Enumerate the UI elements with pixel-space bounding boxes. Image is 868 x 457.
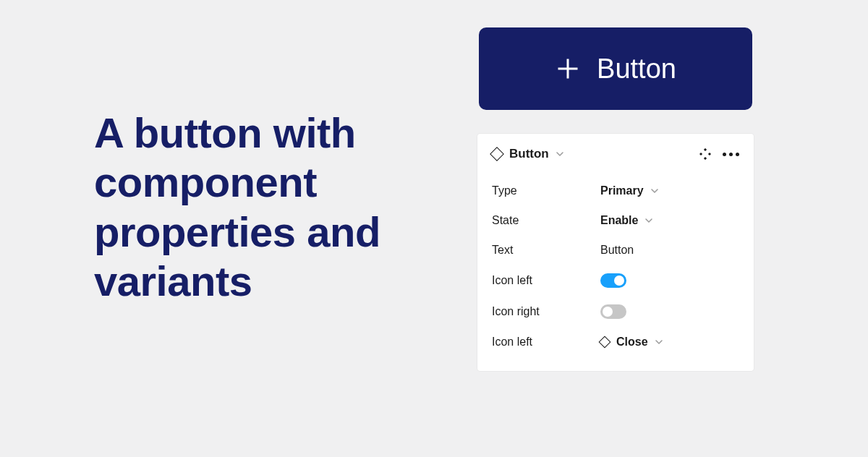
headline-text: A button with component properties and v… [94,108,441,307]
property-row-icon-right: Icon right [492,296,739,327]
property-row-text: Text Button [492,235,739,265]
toggle-on-icon [600,273,626,288]
property-value-text[interactable]: Button [600,244,634,257]
svg-rect-5 [708,153,711,155]
chevron-down-icon [655,338,663,346]
toggle-off-icon [600,304,626,319]
panel-title: Button [509,147,549,161]
property-label: Icon right [492,305,600,318]
property-value-dropdown[interactable]: Enable [600,214,652,227]
component-diamond-icon [490,147,504,161]
chevron-down-icon [645,217,652,224]
more-options-button[interactable] [723,153,739,156]
svg-rect-2 [704,148,707,151]
property-label: Text [492,244,600,257]
panel-header: Button [492,147,739,161]
property-label: Icon left [492,336,600,349]
toggle-icon-right[interactable] [600,304,626,319]
component-diamond-icon [599,336,611,349]
preview-button[interactable]: Button [479,27,752,110]
property-row-icon-left: Icon left [492,265,739,296]
toggle-icon-left[interactable] [600,273,626,288]
plus-icon [555,56,581,82]
svg-rect-3 [704,157,707,160]
component-name-dropdown[interactable]: Button [492,147,563,161]
chevron-down-icon [556,150,563,158]
swap-instance-icon[interactable] [699,148,711,160]
property-label: Icon left [492,274,600,287]
chevron-down-icon [651,187,658,195]
instance-swap-dropdown[interactable]: Close [600,336,663,349]
property-row-type: Type Primary [492,176,739,205]
property-label: Type [492,184,600,197]
properties-panel: Button Type Primary State Enable [477,134,754,371]
preview-button-label: Button [597,54,676,85]
property-label: State [492,214,600,227]
property-row-icon-left-swap: Icon left Close [492,327,739,356]
property-value-dropdown[interactable]: Primary [600,184,658,197]
svg-rect-4 [699,153,702,155]
property-row-state: State Enable [492,205,739,235]
